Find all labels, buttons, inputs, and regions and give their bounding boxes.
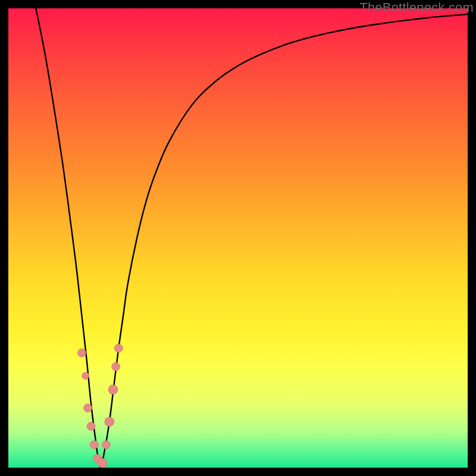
data-marker <box>112 362 120 371</box>
data-marker <box>87 422 95 431</box>
data-marker <box>108 385 118 394</box>
data-marker <box>90 440 98 449</box>
watermark-text: TheBottleneck.com <box>359 0 474 15</box>
chart-frame: TheBottleneck.com <box>0 0 476 476</box>
data-marker <box>78 349 86 357</box>
data-marker <box>82 372 89 380</box>
curve-layer <box>8 8 468 468</box>
plot-area <box>8 8 468 468</box>
data-marker <box>105 417 114 427</box>
data-marker <box>114 344 123 352</box>
bottleneck-curve <box>36 8 468 468</box>
data-marker <box>84 404 92 412</box>
data-marker <box>98 458 107 468</box>
data-marker <box>102 440 110 449</box>
